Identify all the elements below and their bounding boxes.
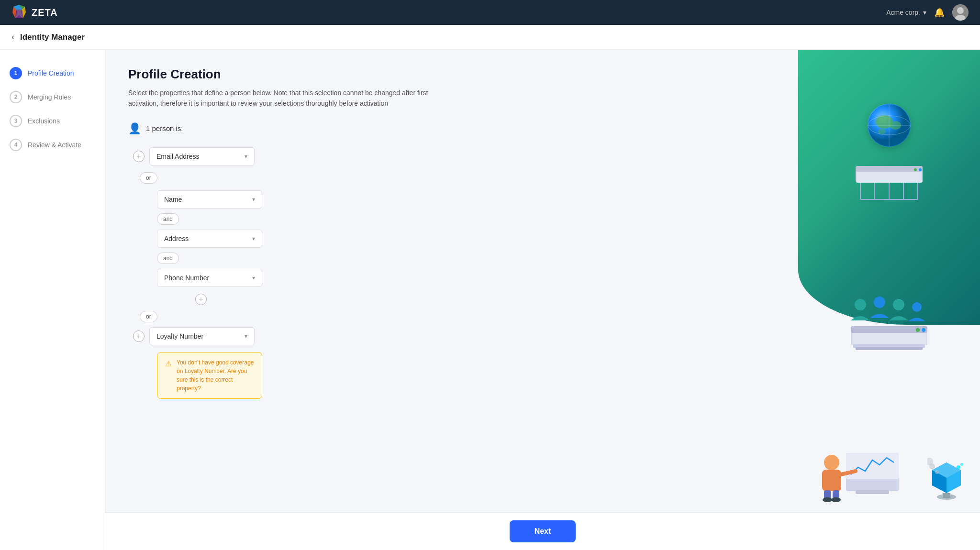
server-graphic-1 <box>846 147 932 204</box>
add-and-btn[interactable]: + <box>195 294 207 305</box>
svg-point-57 <box>960 463 963 466</box>
notifications-icon[interactable]: 🔔 <box>934 7 945 18</box>
company-name: Acme corp. <box>886 9 920 16</box>
svg-rect-40 <box>856 490 889 494</box>
person-row: 👤 1 person is: <box>128 122 775 135</box>
subheader: ‹ Identity Manager <box>0 25 980 50</box>
warning-box: ⚠ You don't have good coverage on Loyalt… <box>157 352 262 399</box>
nav-right: Acme corp. ▾ 🔔 <box>886 4 969 21</box>
svg-rect-33 <box>856 347 923 350</box>
phone-number-dropdown[interactable]: Phone Number ▾ <box>157 269 262 287</box>
svg-rect-42 <box>822 470 841 491</box>
chevron-down-icon: ▾ <box>252 235 255 242</box>
step-4-circle: 4 <box>10 139 22 151</box>
sidebar-item-label-4: Review & Activate <box>28 141 81 149</box>
chevron-down-icon: ▾ <box>923 9 926 16</box>
svg-point-35 <box>874 297 885 308</box>
or-btn-1[interactable]: or <box>140 172 157 184</box>
and-connector-2: and <box>157 253 775 264</box>
svg-point-12 <box>878 129 886 134</box>
app-name: ZETA <box>32 7 58 18</box>
sidebar-item-exclusions[interactable]: 3 Exclusions <box>0 109 105 133</box>
or-btn-2[interactable]: or <box>140 311 157 322</box>
phone-number-value: Phone Number <box>164 274 209 282</box>
svg-marker-5 <box>15 10 23 18</box>
sidebar-item-label-3: Exclusions <box>28 117 60 125</box>
svg-rect-52 <box>943 493 950 498</box>
sidebar-item-label-2: Merging Rules <box>28 93 71 101</box>
step-1-circle: 1 <box>10 67 22 79</box>
chevron-down-icon: ▾ <box>252 275 255 281</box>
zeta-logo-icon <box>11 5 27 20</box>
rule-row-address: Address ▾ <box>157 230 775 248</box>
or-connector-2: or <box>140 311 775 322</box>
main-layout: 1 Profile Creation 2 Merging Rules 3 Exc… <box>0 50 980 550</box>
loyalty-number-value: Loyalty Number <box>156 332 203 340</box>
svg-point-53 <box>935 470 939 474</box>
add-rule-btn-2[interactable]: + <box>133 330 145 342</box>
sidebar-item-label-1: Profile Creation <box>28 69 74 77</box>
warning-icon: ⚠ <box>165 359 172 368</box>
loyalty-number-dropdown[interactable]: Loyalty Number ▾ <box>149 327 255 345</box>
email-address-value: Email Address <box>156 153 199 160</box>
svg-rect-28 <box>851 326 927 333</box>
svg-rect-39 <box>846 453 899 479</box>
svg-point-41 <box>824 455 839 470</box>
next-button[interactable]: Next <box>510 520 576 542</box>
svg-point-56 <box>957 465 960 469</box>
svg-rect-17 <box>856 166 923 172</box>
top-navigation: ZETA Acme corp. ▾ 🔔 <box>0 0 980 25</box>
illustration-panel <box>798 50 980 550</box>
svg-point-47 <box>831 497 841 502</box>
chevron-down-icon: ▾ <box>245 153 247 160</box>
person-icon: 👤 <box>128 122 141 135</box>
and-group: Name ▾ and Address ▾ and <box>157 187 775 309</box>
email-address-dropdown[interactable]: Email Address ▾ <box>149 147 255 165</box>
and-btn-2[interactable]: and <box>157 253 179 264</box>
rule-row-1: + Email Address ▾ <box>133 147 775 165</box>
person-computer-graphic <box>813 434 908 506</box>
add-rule-btn-1[interactable]: + <box>133 151 145 162</box>
address-dropdown[interactable]: Address ▾ <box>157 230 262 248</box>
rule-row-phone: Phone Number ▾ <box>157 269 775 287</box>
person-label: 1 person is: <box>146 124 183 132</box>
chevron-down-icon: ▾ <box>252 196 255 203</box>
page-title: Identity Manager <box>20 33 85 42</box>
svg-point-7 <box>957 7 964 14</box>
company-selector[interactable]: Acme corp. ▾ <box>886 9 926 16</box>
logo-area: ZETA <box>11 5 58 20</box>
rule-row-loyalty: + Loyalty Number ▾ <box>133 327 775 345</box>
person-computer-illustration <box>808 434 970 506</box>
bottom-bar: Next <box>105 512 980 550</box>
svg-point-46 <box>823 497 832 502</box>
and-btn-1[interactable]: and <box>157 213 179 225</box>
or-connector-1: or <box>140 172 775 184</box>
svg-point-19 <box>914 168 917 171</box>
sidebar-item-profile-creation[interactable]: 1 Profile Creation <box>0 61 105 85</box>
address-value: Address <box>164 235 189 242</box>
svg-point-31 <box>922 328 925 332</box>
step-2-circle: 2 <box>10 91 22 103</box>
globe-server-illustration <box>846 104 932 204</box>
section-title: Profile Creation <box>128 67 775 82</box>
rule-row-name: Name ▾ <box>157 190 775 209</box>
svg-rect-29 <box>852 333 926 345</box>
svg-point-20 <box>919 168 922 171</box>
svg-point-36 <box>893 299 904 310</box>
people-server-graphic <box>836 288 942 364</box>
svg-point-37 <box>912 302 922 312</box>
warning-text: You don't have good coverage on Loyalty … <box>177 358 254 393</box>
sidebar-item-merging-rules[interactable]: 2 Merging Rules <box>0 85 105 109</box>
cube-graphic <box>927 458 966 506</box>
sidebar: 1 Profile Creation 2 Merging Rules 3 Exc… <box>0 50 105 550</box>
people-server-illustration <box>836 288 942 364</box>
sidebar-item-review-activate[interactable]: 4 Review & Activate <box>0 133 105 157</box>
add-and-row: + <box>157 294 775 305</box>
and-connector-1: and <box>157 213 775 225</box>
back-button[interactable]: ‹ <box>11 32 14 42</box>
svg-rect-18 <box>857 172 922 183</box>
illus-content <box>798 50 980 550</box>
name-dropdown[interactable]: Name ▾ <box>157 190 262 209</box>
user-avatar[interactable] <box>952 4 969 21</box>
rule-builder: + Email Address ▾ or Name ▾ <box>133 144 775 399</box>
